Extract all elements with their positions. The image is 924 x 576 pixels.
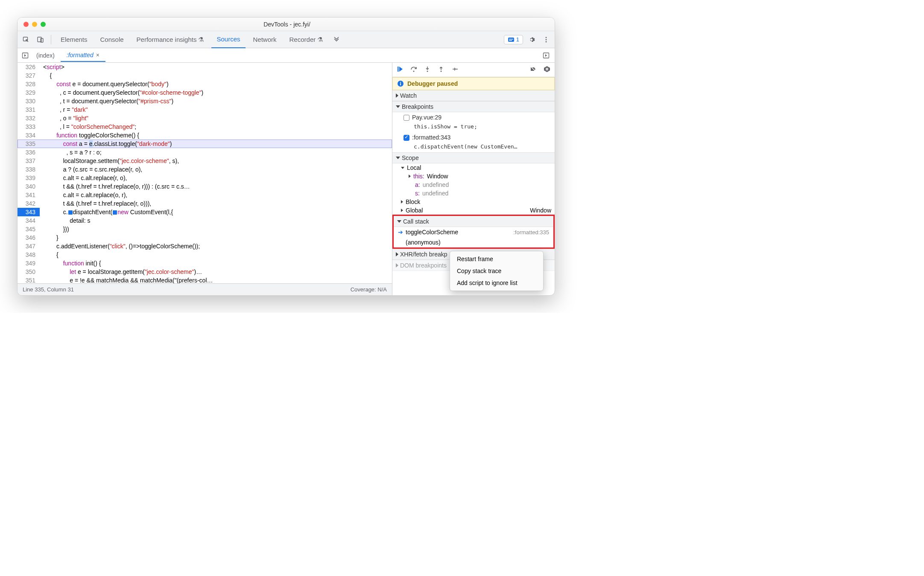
breakpoint-snippet: c.dispatchEvent(new CustomEven… bbox=[392, 143, 555, 152]
navigator-toggle-icon[interactable] bbox=[20, 49, 30, 61]
step-out-icon[interactable] bbox=[438, 66, 444, 74]
context-menu: Restart frame Copy stack trace Add scrip… bbox=[450, 251, 544, 291]
device-toolbar-icon[interactable] bbox=[35, 34, 47, 46]
step-into-icon[interactable] bbox=[424, 66, 431, 74]
step-over-icon[interactable] bbox=[410, 66, 417, 74]
traffic-lights bbox=[23, 22, 46, 27]
window-title: DevTools - jec.fyi/ bbox=[46, 21, 528, 28]
ctx-copy-stack-trace[interactable]: Copy stack trace bbox=[450, 265, 543, 277]
scope-var-a: a: undefined bbox=[392, 180, 555, 189]
ctx-restart-frame[interactable]: Restart frame bbox=[450, 253, 543, 265]
code-area[interactable]: 326<script>327 {328 const e = document.q… bbox=[18, 63, 392, 283]
debugger-paused-banner: Debugger paused bbox=[392, 77, 555, 90]
minimize-window-button[interactable] bbox=[32, 22, 37, 27]
watch-section[interactable]: Watch bbox=[392, 90, 555, 101]
svg-point-13 bbox=[427, 70, 428, 72]
cursor-position: Line 335, Column 31 bbox=[23, 286, 74, 293]
breakpoint-snippet: this.isShow = true; bbox=[392, 122, 555, 132]
maximize-window-button[interactable] bbox=[41, 22, 46, 27]
svg-point-7 bbox=[546, 39, 547, 40]
settings-icon[interactable] bbox=[526, 34, 538, 46]
filetab-formatted[interactable]: :formatted × bbox=[61, 49, 105, 62]
devtools-window: DevTools - jec.fyi/ Elements Console Per… bbox=[17, 17, 555, 296]
coverage-status: Coverage: N/A bbox=[351, 286, 387, 293]
debugger-side-toggle-icon[interactable] bbox=[540, 49, 552, 61]
tab-performance-insights[interactable]: Performance insights ⚗ bbox=[132, 31, 209, 48]
scope-var-s: s: undefined bbox=[392, 189, 555, 198]
code-editor[interactable]: 326<script>327 {328 const e = document.q… bbox=[18, 63, 392, 295]
scope-block[interactable]: Block bbox=[392, 198, 555, 206]
callstack-section[interactable]: Call stack bbox=[394, 216, 553, 227]
callstack-frame[interactable]: (anonymous) bbox=[394, 237, 553, 247]
breakpoint-checkbox[interactable] bbox=[404, 135, 409, 141]
svg-rect-4 bbox=[509, 39, 513, 40]
tab-network[interactable]: Network bbox=[248, 31, 282, 48]
current-frame-icon: ➔ bbox=[398, 229, 403, 236]
scope-local[interactable]: Local bbox=[392, 163, 555, 172]
status-bar: Line 335, Column 31 Coverage: N/A bbox=[18, 283, 392, 295]
svg-rect-5 bbox=[509, 40, 512, 41]
file-tabbar: (index) :formatted × bbox=[18, 48, 555, 63]
tab-sources[interactable]: Sources bbox=[211, 31, 245, 48]
close-window-button[interactable] bbox=[23, 22, 29, 27]
inspect-element-icon[interactable] bbox=[20, 34, 32, 46]
breakpoint-item[interactable]: :formatted:343 bbox=[392, 132, 555, 143]
svg-point-14 bbox=[441, 70, 442, 72]
svg-rect-17 bbox=[547, 68, 548, 70]
debugger-toolbar bbox=[392, 63, 555, 77]
svg-rect-19 bbox=[400, 82, 401, 83]
resume-icon[interactable] bbox=[397, 66, 404, 74]
main-tabbar: Elements Console Performance insights ⚗ … bbox=[18, 31, 555, 48]
step-icon[interactable] bbox=[451, 66, 458, 74]
svg-rect-16 bbox=[546, 68, 547, 70]
breakpoint-item[interactable]: Pay.vue:29 bbox=[392, 112, 555, 122]
scope-global[interactable]: GlobalWindow bbox=[392, 206, 555, 215]
svg-point-8 bbox=[546, 41, 547, 42]
filetab-index[interactable]: (index) bbox=[30, 49, 61, 62]
scope-section[interactable]: Scope bbox=[392, 152, 555, 163]
svg-rect-3 bbox=[508, 38, 514, 42]
scope-this[interactable]: this: Window bbox=[392, 172, 555, 180]
flask-icon: ⚗ bbox=[198, 36, 204, 44]
callstack-highlight-box: Call stack ➔ toggleColorScheme :formatte… bbox=[392, 215, 555, 249]
issues-badge[interactable]: 1 bbox=[504, 35, 523, 44]
svg-point-15 bbox=[456, 68, 458, 70]
callstack-frame[interactable]: ➔ toggleColorScheme :formatted:335 bbox=[394, 227, 553, 237]
tab-elements[interactable]: Elements bbox=[56, 31, 93, 48]
issues-count: 1 bbox=[516, 36, 519, 43]
flask-icon: ⚗ bbox=[317, 36, 323, 44]
close-tab-icon[interactable]: × bbox=[96, 52, 99, 58]
ctx-add-ignore-list[interactable]: Add script to ignore list bbox=[450, 277, 543, 289]
breakpoints-section[interactable]: Breakpoints bbox=[392, 101, 555, 112]
svg-rect-20 bbox=[400, 83, 401, 85]
breakpoint-checkbox[interactable] bbox=[404, 115, 409, 121]
svg-point-6 bbox=[546, 37, 547, 38]
deactivate-breakpoints-icon[interactable] bbox=[530, 66, 537, 74]
tab-recorder[interactable]: Recorder ⚗ bbox=[284, 31, 328, 48]
titlebar: DevTools - jec.fyi/ bbox=[18, 17, 555, 31]
tab-console[interactable]: Console bbox=[95, 31, 129, 48]
svg-rect-11 bbox=[398, 67, 399, 72]
kebab-menu-icon[interactable] bbox=[540, 34, 552, 46]
more-tabs-icon[interactable] bbox=[330, 34, 342, 46]
pause-on-exceptions-icon[interactable] bbox=[544, 66, 550, 74]
svg-point-12 bbox=[413, 70, 415, 72]
